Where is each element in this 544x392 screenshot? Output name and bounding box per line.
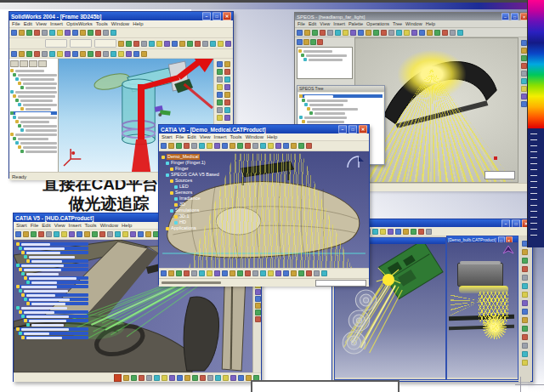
toolbar-icon[interactable] <box>110 51 116 57</box>
record-icon[interactable] <box>114 374 122 382</box>
toolbar-icon[interactable] <box>237 270 243 276</box>
toolbar-icon[interactable] <box>187 41 193 47</box>
toolbar-icon[interactable] <box>214 270 220 276</box>
tree-item[interactable] <box>309 111 382 115</box>
tree-item[interactable] <box>18 124 57 128</box>
menu-item[interactable]: View <box>320 21 330 26</box>
close-button[interactable]: ✕ <box>359 125 367 134</box>
toolbar-icon[interactable] <box>162 375 167 381</box>
toolbar-icon[interactable] <box>176 270 182 276</box>
toolbar-icon[interactable] <box>411 30 417 36</box>
toolbar-icon[interactable] <box>442 30 448 36</box>
toolbar-icon[interactable] <box>123 375 129 381</box>
feature-tree[interactable] <box>9 59 59 172</box>
toolbar-icon[interactable] <box>252 143 258 149</box>
feature-tree-items[interactable] <box>10 69 57 153</box>
toolbar-icon[interactable] <box>80 30 86 36</box>
command-field[interactable] <box>315 280 366 287</box>
toolbar-icon[interactable] <box>11 51 17 57</box>
menu-item[interactable]: File <box>298 21 305 26</box>
toolbar-icon[interactable] <box>195 41 201 47</box>
menu-item[interactable]: Window <box>405 21 422 26</box>
maximize-button[interactable]: □ <box>498 236 505 242</box>
compass-icon[interactable] <box>346 155 365 170</box>
toolbar-icon[interactable] <box>154 375 160 381</box>
bulb-pane-titlebar[interactable]: [Demo_bulb.CATProduct] □ ✕ <box>447 236 518 242</box>
tree-item[interactable] <box>15 141 57 145</box>
toolbar-icon[interactable] <box>42 51 48 57</box>
tree-item[interactable] <box>10 90 57 94</box>
toolbar-icon[interactable] <box>110 30 116 36</box>
toolbar-icon[interactable] <box>217 107 223 113</box>
toolbar-icon[interactable] <box>115 231 121 237</box>
tree-item[interactable]: 3D <box>162 202 219 207</box>
toolbar-icon[interactable] <box>23 231 29 237</box>
minimize-button[interactable]: – <box>502 219 510 227</box>
toolbar-icon[interactable] <box>404 30 410 36</box>
toolbar-icon[interactable] <box>34 30 40 36</box>
toolbar-icon[interactable] <box>268 143 274 149</box>
tree-item[interactable] <box>302 120 382 123</box>
toolbar-icon[interactable] <box>92 231 98 237</box>
tree-item[interactable] <box>10 111 57 115</box>
menu-item[interactable]: Operations <box>366 21 389 26</box>
toolbar-icon[interactable] <box>411 229 416 235</box>
toolbar-icon[interactable] <box>57 51 63 57</box>
toolbar-icon[interactable] <box>225 41 231 47</box>
toolbar-icon[interactable] <box>522 334 528 340</box>
toolbar-icon[interactable] <box>31 231 37 237</box>
toolbar-icon[interactable] <box>224 99 230 105</box>
menu-item[interactable]: File <box>176 134 184 139</box>
tree-item[interactable] <box>13 137 57 140</box>
toolbar-icon[interactable] <box>521 71 527 77</box>
menu-item[interactable]: View <box>200 134 211 139</box>
bulb-sim-viewport[interactable] <box>447 242 518 378</box>
toolbar-icon[interactable] <box>252 270 258 276</box>
toolbar-icon[interactable] <box>72 30 78 36</box>
toolbar-icon[interactable] <box>54 231 60 237</box>
tree-item[interactable] <box>18 310 88 314</box>
toolbar-icon[interactable] <box>146 375 152 381</box>
tree-item[interactable]: LED <box>162 184 219 190</box>
toolbar-icon[interactable] <box>164 41 170 47</box>
toolbar-icon[interactable] <box>168 143 174 149</box>
toolbar-icon[interactable] <box>34 51 40 57</box>
toolbar-icon[interactable] <box>88 51 94 57</box>
toolbar-icon[interactable] <box>222 270 228 276</box>
toolbar-icon[interactable] <box>207 270 212 276</box>
toolbar-icon[interactable] <box>42 30 48 36</box>
maximize-button[interactable]: □ <box>511 13 518 20</box>
solidworks-command-group[interactable] <box>45 39 116 48</box>
toolbar-icon[interactable] <box>76 231 82 237</box>
toolbar-icon[interactable] <box>521 94 527 99</box>
toolbar-icon[interactable] <box>350 30 356 36</box>
toolbar-icon[interactable] <box>434 30 440 36</box>
toolbar-icon[interactable] <box>199 270 205 276</box>
toolbar-icon[interactable] <box>172 41 178 47</box>
toolbar-icon[interactable] <box>403 229 409 235</box>
toolbar-icon[interactable] <box>145 231 151 237</box>
toolbar-icon[interactable] <box>380 229 386 235</box>
toolbar-icon[interactable] <box>427 30 433 36</box>
toolbar-icon[interactable] <box>343 30 348 36</box>
toolbar-icon[interactable] <box>396 30 402 36</box>
toolbar-icon[interactable] <box>230 143 235 149</box>
toolbar-icon[interactable] <box>224 84 230 90</box>
catia-medical-toolbar[interactable] <box>159 141 369 151</box>
toolbar-icon[interactable] <box>304 30 310 36</box>
toolbar-icon[interactable] <box>107 231 113 237</box>
maximize-button[interactable]: □ <box>348 125 357 134</box>
compass-icon[interactable] <box>502 245 515 256</box>
toolbar-icon[interactable] <box>80 51 86 57</box>
toolbar-icon[interactable] <box>84 231 90 237</box>
menu-item[interactable]: Window <box>246 134 264 139</box>
toolbar-icon[interactable] <box>255 310 261 315</box>
toolbar-icon[interactable] <box>192 375 198 381</box>
toolbar-icon[interactable] <box>224 92 230 98</box>
tree-item[interactable]: Finger (Finger.1) <box>162 160 219 166</box>
toolbar-icon[interactable] <box>521 78 527 84</box>
tree-item[interactable] <box>20 86 57 89</box>
catia-medical-menubar[interactable]: StartFileEditViewInsertToolsWindowHelp <box>159 134 369 141</box>
tree-item[interactable] <box>18 289 88 293</box>
toolbar-icon[interactable] <box>291 143 297 149</box>
